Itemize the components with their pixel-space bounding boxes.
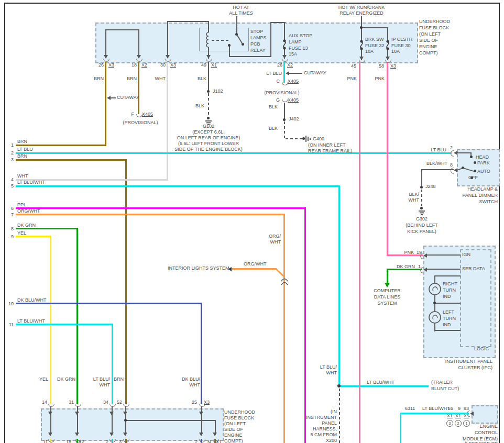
- arrow-icon: [470, 412, 474, 416]
- g302-dot: [420, 207, 423, 209]
- pin-number: 26: [94, 62, 104, 68]
- arrow-icon: [48, 412, 52, 415]
- wire-grn-8-v: [76, 228, 78, 404]
- cutaway-label: CUTAWAY: [304, 70, 326, 76]
- relay-label: LAMPS: [250, 35, 267, 41]
- relay-contact: [235, 33, 238, 36]
- wire-color-label: PNK: [401, 250, 414, 256]
- wire-number: 9: [5, 234, 14, 240]
- wire-color-label: LT BLU/WHT: [17, 318, 45, 324]
- hot-run-label: RELAY ENERGIZED: [335, 10, 388, 16]
- ground-loc: REAR FRAME RAIL): [308, 148, 353, 154]
- wire-brn-pin26: [105, 62, 106, 146]
- pin-number: 52: [113, 400, 122, 405]
- pin-number: 2: [450, 145, 453, 151]
- computer-data-label: DATA LINES: [367, 294, 407, 300]
- switch-pos-off: OFF: [468, 175, 478, 181]
- pin-number: 9: [458, 406, 461, 412]
- pin-conn: X3: [390, 63, 396, 69]
- gx405-v: [284, 103, 285, 120]
- relay-contact: [242, 43, 244, 46]
- top-block-name: SIDE OF: [419, 38, 438, 43]
- wire-color-label: WHT: [17, 173, 28, 179]
- arrow-icon: [206, 55, 211, 59]
- connector-pin: G: [275, 97, 280, 103]
- arrow-icon: [199, 412, 203, 415]
- relay-out-v1: [229, 46, 230, 57]
- splice-j402: [283, 118, 286, 121]
- pin-conn: X3: [108, 62, 114, 68]
- fuse-ip-label: FUSE 30: [391, 43, 411, 49]
- bottom-block-name: COMPT): [224, 438, 243, 443]
- arrow-icon: [454, 151, 457, 155]
- fuse-aux-label: 15A: [289, 51, 297, 57]
- wire-color-label: BRN: [17, 139, 27, 145]
- wire-color-label: DK BLU/: [178, 376, 200, 382]
- fuse-brk-label: BRK SW: [365, 37, 384, 42]
- cutaway-line: [289, 73, 302, 74]
- wire-yel-9-v: [50, 236, 51, 404]
- connector-name: X405: [142, 112, 153, 117]
- hs-p2-h: [455, 152, 472, 153]
- ipc-name: CLUSTER (IPC): [435, 365, 492, 371]
- lamp-v1: [434, 275, 435, 284]
- provisional-label: (PROVISIONAL): [122, 120, 159, 126]
- relay-label: STOP: [250, 29, 263, 35]
- g400-dash: [286, 138, 302, 139]
- wire-color-label: LT BLU/WHT: [367, 380, 395, 385]
- switch-pos-head: HEAD: [476, 154, 489, 160]
- pin-number: 31: [64, 400, 74, 405]
- ground-loc: (6.6L: LEFT FRONT LOWER: [172, 141, 245, 147]
- j102-g102-dash: [208, 93, 209, 118]
- wire-color-label: BRN: [90, 76, 104, 82]
- trailer-note: BLUNT CUT): [431, 386, 459, 392]
- wire-number: 2: [5, 150, 14, 156]
- ecm-name: (LEFT SIDE OF: [451, 441, 498, 443]
- pin-number: 83: [464, 406, 469, 412]
- cutaway-arrow-icon: [107, 96, 111, 100]
- wire-color-label: DK GRN: [17, 223, 36, 228]
- pin-number: 45: [347, 63, 356, 69]
- fuse-brk-label: 10A: [365, 49, 374, 54]
- wire-number: 3: [5, 157, 14, 163]
- wire-color-label: LT BLU/WHT: [422, 406, 450, 412]
- bottom-block-name: ENGINE: [224, 433, 243, 438]
- junction: [337, 384, 341, 387]
- pin-number: 2: [195, 439, 198, 443]
- splice-label: J248: [425, 184, 436, 190]
- arrow-icon: [75, 412, 79, 415]
- pin-number: 30: [156, 62, 166, 68]
- wire-number: 10: [5, 301, 14, 307]
- pin-number: 11: [43, 439, 48, 443]
- connector-name: X405: [288, 97, 299, 103]
- cutaway-line: [111, 97, 116, 98]
- top-block-name: COMPT): [419, 50, 438, 56]
- pin-conn: X1: [211, 62, 217, 68]
- ground-loc: KICK PANEL): [406, 229, 438, 235]
- loop-v1: [105, 30, 106, 58]
- left-turn-label: LEFT: [443, 309, 454, 315]
- pin-conn: X2: [287, 62, 293, 68]
- ser-line: [425, 269, 461, 270]
- wire-color-label: YEL: [17, 230, 26, 236]
- splice-j102: [207, 90, 210, 93]
- fuse-aux-label: FUSE 13: [289, 46, 308, 51]
- wire-color-label: LT BLU/WHT: [17, 180, 45, 185]
- wire-pnk-45: [359, 62, 360, 443]
- arrow-icon: [137, 55, 141, 59]
- arrow-icon: [282, 55, 287, 59]
- wire-color-label: LT BLU/: [317, 364, 337, 370]
- bottom-block-name: FUSE BLOCK: [224, 415, 254, 421]
- hot-at-feed: [236, 16, 237, 35]
- arrow-icon: [123, 433, 127, 436]
- pin-number: 1: [418, 264, 421, 270]
- arrow-icon: [109, 433, 114, 436]
- wire-ltbluwht-5-v: [338, 185, 340, 386]
- pin-number: 2: [106, 439, 108, 443]
- wire-color-label: LT BLU: [263, 71, 282, 76]
- hot-at-label: ALL TIMES: [223, 10, 259, 16]
- fuse-ip-label: IP CLSTR: [391, 37, 412, 42]
- pin-number: 19: [417, 250, 422, 256]
- pin-number: 3: [119, 439, 122, 443]
- cutaway-label: CUTAWAY: [117, 95, 139, 101]
